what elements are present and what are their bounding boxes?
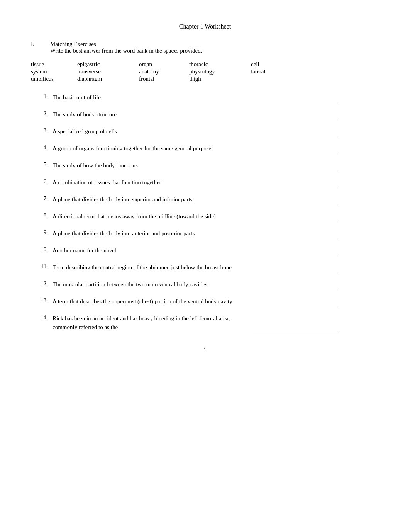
section-numeral: I. bbox=[31, 41, 42, 54]
question-number: 5. bbox=[39, 161, 53, 168]
answer-line[interactable] bbox=[253, 146, 338, 153]
question-item: 8. A directional term that means away fr… bbox=[39, 212, 379, 221]
question-item: 6. A combination of tissues that functio… bbox=[39, 178, 379, 187]
wordbank-col4: thoracic physiology thigh bbox=[189, 61, 251, 82]
question-item: 12. The muscular partition between the t… bbox=[39, 280, 379, 289]
question-item: 9. A plane that divides the body into an… bbox=[39, 229, 379, 238]
question-text: A group of organs functioning together f… bbox=[53, 144, 253, 153]
question-text: A specialized group of cells bbox=[53, 127, 253, 136]
answer-line[interactable] bbox=[253, 231, 338, 238]
question-text: A directional term that means away from … bbox=[53, 212, 253, 221]
question-text: The study of body structure bbox=[53, 110, 253, 119]
question-item: 10. Another name for the navel bbox=[39, 246, 379, 255]
question-item: 14. Rick has been in an accident and has… bbox=[39, 314, 379, 331]
page-number: 1 bbox=[31, 347, 379, 354]
question-number: 9. bbox=[39, 229, 53, 236]
answer-line[interactable] bbox=[253, 112, 338, 119]
question-text: Another name for the navel bbox=[53, 246, 253, 255]
question-text: A combination of tissues that function t… bbox=[53, 178, 253, 187]
question-number: 8. bbox=[39, 212, 53, 219]
answer-line[interactable] bbox=[253, 299, 338, 306]
question-text: A plane that divides the body into anter… bbox=[53, 229, 253, 238]
question-number: 10. bbox=[39, 246, 53, 253]
answer-line[interactable] bbox=[253, 95, 338, 102]
question-item: 4. A group of organs functioning togethe… bbox=[39, 144, 379, 153]
word-bank: tissue system umbilicus epigastric trans… bbox=[31, 61, 379, 82]
question-item: 3. A specialized group of cells bbox=[39, 127, 379, 136]
answer-line[interactable] bbox=[253, 197, 338, 204]
question-number: 1. bbox=[39, 93, 53, 100]
section-heading: Matching Exercises bbox=[50, 41, 202, 48]
answer-line[interactable] bbox=[253, 265, 338, 272]
question-number: 13. bbox=[39, 297, 53, 304]
questions-list: 1. The basic unit of life 2. The study o… bbox=[39, 93, 379, 331]
answer-line[interactable] bbox=[253, 180, 338, 187]
question-item: 5. The study of how the body functions bbox=[39, 161, 379, 170]
question-text: A plane that divides the body into super… bbox=[53, 195, 253, 204]
question-item: 13. A term that describes the uppermost … bbox=[39, 297, 379, 306]
question-number: 2. bbox=[39, 110, 53, 117]
question-number: 11. bbox=[39, 263, 53, 270]
question-number: 12. bbox=[39, 280, 53, 287]
wordbank-col3: organ anatomy frontal bbox=[139, 61, 189, 82]
question-number: 4. bbox=[39, 144, 53, 151]
answer-line[interactable] bbox=[253, 214, 338, 221]
question-text: A term that describes the uppermost (che… bbox=[53, 297, 253, 306]
section-instruction: Write the best answer from the word bank… bbox=[50, 48, 202, 54]
question-text: The study of how the body functions bbox=[53, 161, 253, 170]
question-item: 11. Term describing the central region o… bbox=[39, 263, 379, 272]
wordbank-col1: tissue system umbilicus bbox=[31, 61, 77, 82]
question-item: 1. The basic unit of life bbox=[39, 93, 379, 102]
question-number: 6. bbox=[39, 178, 53, 185]
answer-line[interactable] bbox=[253, 163, 338, 170]
question-text: Term describing the central region of th… bbox=[53, 263, 253, 272]
question-item: 2. The study of body structure bbox=[39, 110, 379, 119]
answer-line[interactable] bbox=[253, 324, 338, 331]
question-text: Rick has been in an accident and has hea… bbox=[53, 314, 253, 331]
question-number: 14. bbox=[39, 314, 53, 321]
question-text: The muscular partition between the two m… bbox=[53, 280, 253, 289]
page-title: Chapter 1 Worksheet bbox=[31, 23, 379, 30]
answer-line[interactable] bbox=[253, 248, 338, 255]
answer-line[interactable] bbox=[253, 282, 338, 289]
question-number: 3. bbox=[39, 127, 53, 134]
answer-line[interactable] bbox=[253, 129, 338, 136]
question-text: The basic unit of life bbox=[53, 93, 253, 102]
question-number: 7. bbox=[39, 195, 53, 202]
wordbank-col5: cell lateral bbox=[251, 61, 282, 82]
question-item: 7. A plane that divides the body into su… bbox=[39, 195, 379, 204]
wordbank-col2: epigastric transverse diaphragm bbox=[77, 61, 139, 82]
